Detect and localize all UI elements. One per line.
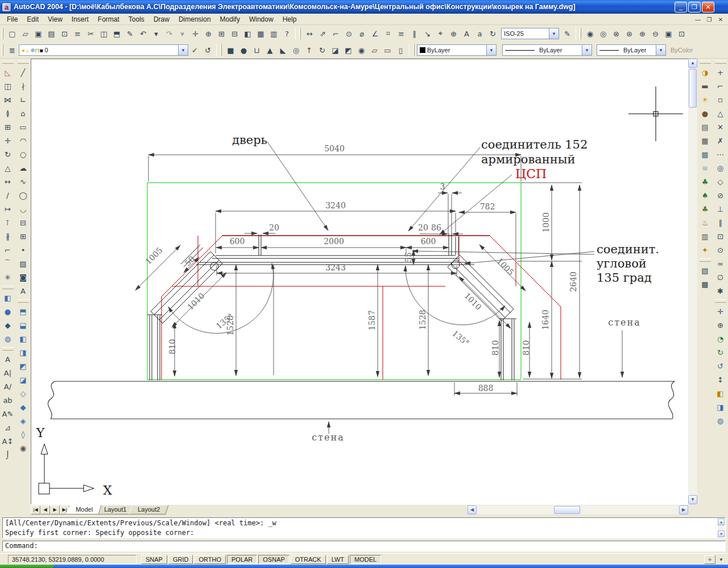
snap-perpendicular-button[interactable]: ⊥ — [714, 202, 727, 216]
3d-continuous-orbit-button[interactable]: ↻ — [714, 345, 727, 359]
circle-button[interactable]: ○ — [16, 147, 30, 161]
menu-modify[interactable]: Modify — [216, 14, 245, 24]
spline-button[interactable]: ∿ — [16, 175, 30, 188]
justify-text-button[interactable]: A↕ — [1, 434, 15, 448]
arc-button[interactable]: ◠ — [16, 134, 30, 147]
temporary-track-point-button[interactable]: + — [714, 65, 727, 79]
zoom-realtime2-button[interactable]: ⊕ — [714, 318, 727, 332]
copy-button[interactable]: ◫ — [97, 27, 110, 40]
back-clip-button[interactable]: ◍ — [714, 414, 727, 427]
redo-dropdown-button[interactable]: ▾ — [176, 27, 189, 40]
make-block-button[interactable]: ⊞ — [16, 229, 30, 243]
image-attach-button[interactable]: ▧ — [698, 264, 712, 277]
dim-text-edit-button[interactable]: a — [473, 27, 486, 40]
landscape-edit-button[interactable]: ♠ — [698, 188, 712, 202]
offset-button[interactable]: ≬ — [1, 106, 15, 120]
pan-realtime-button[interactable]: ✛ — [189, 27, 202, 40]
drawing-canvas[interactable]: дверьсоединитель 152армированныйЦСПсоеди… — [31, 59, 688, 504]
scroll-right-icon[interactable]: ▶ — [679, 505, 688, 515]
wedge-button[interactable]: ◣ — [276, 44, 289, 56]
status-toggle-polar[interactable]: POLAR — [227, 555, 257, 564]
toolbar-grip[interactable] — [715, 60, 726, 64]
vertical-scroll-thumb[interactable] — [689, 69, 697, 108]
cone-button[interactable]: ▲ — [263, 44, 276, 56]
chevron-down-icon[interactable]: ▼ — [178, 45, 188, 55]
sphere-button[interactable]: ● — [237, 44, 250, 56]
layer-combo[interactable]: ●☼❄⊓■ 0 ▼ — [19, 44, 188, 56]
status-toggle-snap[interactable]: SNAP — [141, 555, 167, 564]
tab-first-icon[interactable]: |◀ — [31, 505, 40, 515]
snap-intersection-button[interactable]: ✕ — [714, 120, 727, 134]
tab-next-icon[interactable]: ▶ — [50, 505, 60, 515]
close-button[interactable]: ✕ — [702, 2, 714, 13]
fog-button[interactable]: ≋ — [698, 161, 712, 175]
snap-midpoint-button[interactable]: △ — [714, 106, 727, 120]
landscape-library-button[interactable]: ♣ — [698, 202, 712, 216]
view-left-button[interactable]: ◧ — [16, 332, 30, 345]
view-bottom-button[interactable]: ⬓ — [16, 318, 30, 332]
mtext-button[interactable]: A — [16, 284, 30, 298]
landscape-new-button[interactable]: ♣ — [698, 175, 712, 188]
horizontal-scrollbar[interactable]: ◀ ▶ — [468, 505, 688, 515]
stretch-button[interactable]: ↔ — [1, 175, 15, 188]
single-line-text-button[interactable]: A| — [1, 366, 15, 380]
snap-insert-button[interactable]: ⊡ — [714, 229, 727, 243]
construction-line-button[interactable]: ∤ — [16, 79, 30, 93]
doc-minimize-button[interactable]: — — [693, 15, 703, 24]
zoom-center-button[interactable]: ⊛ — [623, 27, 636, 40]
command-scrollbar[interactable]: ▲ ▼ — [718, 518, 725, 537]
tab-layout2[interactable]: Layout2 — [129, 505, 169, 515]
shade-flat-button[interactable]: ◍ — [1, 332, 15, 345]
region-button[interactable]: ◙ — [16, 270, 30, 284]
zoom-all-button[interactable]: ▣ — [662, 27, 675, 40]
dim-style-manager-button[interactable]: ✎ — [561, 27, 574, 40]
shade-3d-sphere-button[interactable]: ● — [1, 304, 15, 318]
osnap-settings-button[interactable]: ✱ — [714, 284, 727, 298]
match-properties-button[interactable]: ✎ — [123, 27, 136, 40]
doc-restore-button[interactable]: ❐ — [704, 15, 714, 24]
snap-apparent-intersection-button[interactable]: ✗ — [714, 134, 727, 147]
zoom-extents-button[interactable]: ⊡ — [675, 27, 688, 40]
zoom-dynamic-button[interactable]: ◎ — [597, 27, 610, 40]
ellipse-button[interactable]: ◯ — [16, 188, 30, 202]
save-file-button[interactable]: ▣ — [32, 27, 45, 40]
plot-button[interactable]: ▤ — [45, 27, 58, 40]
hatch-button[interactable]: ▨ — [16, 257, 30, 270]
rectangle-button[interactable]: ▭ — [16, 120, 30, 134]
mirror-button[interactable]: ⋈ — [1, 93, 15, 106]
layer-properties-manager-button[interactable]: ≣ — [6, 44, 19, 56]
polygon-button[interactable]: ⌂ — [16, 106, 30, 120]
status-toggle-osnap[interactable]: OSNAP — [258, 555, 289, 564]
snap-parallel-button[interactable]: ∥ — [714, 216, 727, 229]
break-button[interactable]: ∦ — [1, 229, 15, 243]
dim-angular-button[interactable]: ∠ — [369, 27, 382, 40]
toolbar-grip[interactable] — [18, 60, 29, 64]
mapping-button[interactable]: ▦ — [698, 134, 712, 147]
zoom-window-button[interactable]: ⊞ — [215, 27, 228, 40]
materials-button[interactable]: ● — [698, 106, 712, 120]
quick-leader-button[interactable]: ↘ — [421, 27, 434, 40]
tab-model[interactable]: Model — [67, 505, 101, 515]
designcenter-button[interactable]: ▦ — [254, 27, 267, 40]
snap-extension-button[interactable]: ⋯ — [714, 147, 727, 161]
render-button[interactable]: ◑ — [698, 65, 712, 79]
scroll-up-icon[interactable]: ▲ — [718, 518, 725, 525]
dim-radius-button[interactable]: ⊙ — [342, 27, 355, 40]
view-top-button[interactable]: ⬒ — [16, 304, 30, 318]
named-views-button[interactable]: ◉ — [16, 441, 30, 455]
tool-palettes-button[interactable]: ▥ — [267, 27, 280, 40]
polyline-button[interactable]: ∟ — [16, 93, 30, 106]
toolbar-grip[interactable] — [715, 299, 726, 303]
toolbar-grip[interactable] — [2, 286, 14, 289]
command-input[interactable]: Command: — [2, 541, 726, 551]
minimize-button[interactable]: _ — [675, 2, 687, 13]
help-button[interactable]: ? — [280, 27, 293, 40]
view-sw-iso-button[interactable]: ◇ — [16, 386, 30, 400]
setup-drawing-button[interactable]: ▱ — [368, 44, 381, 56]
view-nw-iso-button[interactable]: ◊ — [16, 427, 30, 441]
render-preferences-button[interactable]: ♨ — [698, 216, 712, 229]
view-se-iso-button[interactable]: ◆ — [16, 400, 30, 414]
scroll-down-icon[interactable]: ▼ — [688, 495, 697, 504]
box-button[interactable]: ■ — [224, 44, 237, 56]
dim-linear-button[interactable]: ↔ — [303, 27, 316, 40]
